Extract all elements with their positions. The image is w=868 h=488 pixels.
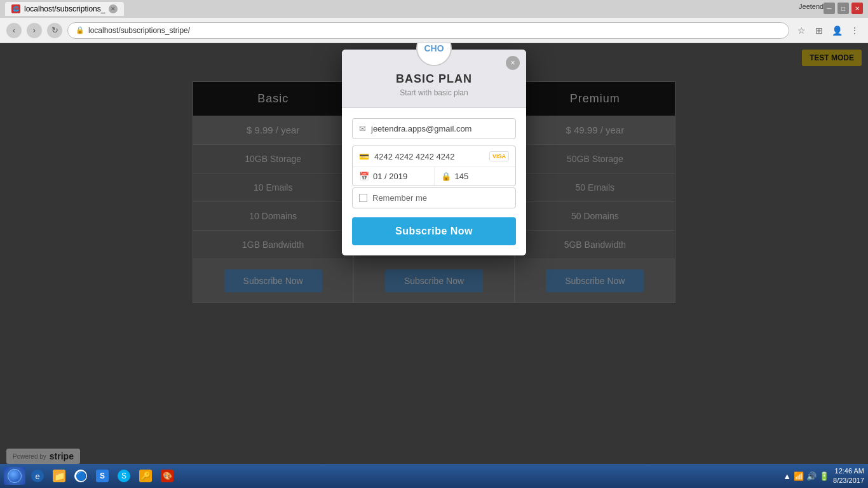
taskbar-paint-icon[interactable]: 🎨 xyxy=(158,467,177,485)
card-number-value: 4242 4242 4242 4242 xyxy=(374,152,484,161)
maximize-button[interactable]: □ xyxy=(837,3,849,14)
battery-icon: 🔋 xyxy=(819,471,829,481)
grid-icon[interactable]: ⊞ xyxy=(812,24,826,37)
forward-button[interactable]: › xyxy=(27,23,42,38)
remember-me-field[interactable]: Remember me xyxy=(352,187,516,208)
card-number-row: 💳 4242 4242 4242 4242 VISA xyxy=(353,146,515,167)
taskbar: e 📁 🔵 S S 🔑 🎨 ▲ 📶 🔊 🔋 12:46 AM 8/23/2017 xyxy=(0,464,868,488)
refresh-button[interactable]: ↻ xyxy=(47,23,62,38)
start-button[interactable] xyxy=(4,467,25,485)
back-button[interactable]: ‹ xyxy=(6,23,22,38)
card-icon: 💳 xyxy=(359,152,369,161)
taskbar-explorer-icon[interactable]: 📁 xyxy=(50,467,69,485)
card-expiry-value: 01 / 2019 xyxy=(373,172,407,181)
modal-body: ✉ jeetendra.apps@gmail.com 💳 4242 4242 4… xyxy=(342,108,526,255)
volume-icon: 🔊 xyxy=(806,471,817,481)
remember-label: Remember me xyxy=(372,193,427,203)
minimize-button[interactable]: ─ xyxy=(824,3,835,14)
taskbar-time: 12:46 AM 8/23/2017 xyxy=(833,466,864,486)
time-display: 12:46 AM xyxy=(833,466,864,476)
calendar-icon: 📅 xyxy=(359,172,369,181)
card-number-field[interactable]: 💳 4242 4242 4242 4242 VISA 📅 01 / 2019 🔒… xyxy=(352,146,516,186)
taskbar-right: ▲ 📶 🔊 🔋 12:46 AM 8/23/2017 xyxy=(783,466,864,486)
tab-title: localhost/subscriptions_ xyxy=(24,4,105,13)
taskbar-key-icon[interactable]: 🔑 xyxy=(136,467,155,485)
sys-icons: ▲ 📶 🔊 🔋 xyxy=(783,471,829,481)
modal-close-button[interactable]: × xyxy=(506,56,520,70)
date-display: 8/23/2017 xyxy=(833,476,864,485)
email-value: jeetendra.apps@gmail.com xyxy=(371,124,471,133)
close-button[interactable]: ✕ xyxy=(851,3,863,14)
modal-title: BASIC PLAN xyxy=(355,72,513,86)
taskbar-skype-icon[interactable]: S xyxy=(114,467,133,485)
lock-icon: 🔒 xyxy=(441,172,451,181)
email-field[interactable]: ✉ jeetendra.apps@gmail.com xyxy=(352,118,516,139)
window-controls: ─ □ ✕ xyxy=(824,3,863,14)
tab-favicon: 🌐 xyxy=(11,4,20,13)
taskbar-ie-icon[interactable]: e xyxy=(28,467,47,485)
subscribe-now-button[interactable]: Subscribe Now xyxy=(352,217,516,245)
menu-icon[interactable]: ⋮ xyxy=(848,24,862,37)
taskbar-chrome-icon[interactable]: 🔵 xyxy=(71,467,90,485)
user-icon[interactable]: 👤 xyxy=(830,24,844,37)
up-arrow-icon: ▲ xyxy=(783,471,791,481)
email-icon: ✉ xyxy=(359,124,366,133)
remember-checkbox[interactable] xyxy=(359,194,367,202)
card-cvc-value: 145 xyxy=(455,172,469,181)
browser-chrome: 🌐 localhost/subscriptions_ ✕ Jeetendra ─… xyxy=(0,0,868,43)
nav-icons: ☆ ⊞ 👤 ⋮ xyxy=(794,24,862,37)
lock-icon: 🔒 xyxy=(76,26,85,34)
payment-modal: CHO × BASIC PLAN Start with basic plan ✉… xyxy=(342,50,526,255)
nav-bar: ‹ › ↻ 🔒 localhost/subscriptions_stripe/ … xyxy=(0,18,868,43)
network-icon: 📶 xyxy=(794,471,804,481)
taskbar-slides-icon[interactable]: S xyxy=(93,467,112,485)
modal-overlay: CHO × BASIC PLAN Start with basic plan ✉… xyxy=(0,43,868,464)
card-details-row: 📅 01 / 2019 🔒 145 xyxy=(353,167,515,186)
card-cvc-field[interactable]: 🔒 145 xyxy=(435,167,516,186)
browser-tab[interactable]: 🌐 localhost/subscriptions_ ✕ xyxy=(5,2,124,16)
start-orb xyxy=(8,469,22,483)
address-url: localhost/subscriptions_stripe/ xyxy=(88,26,190,35)
bookmark-icon[interactable]: ☆ xyxy=(794,24,808,37)
card-expiry-field[interactable]: 📅 01 / 2019 xyxy=(353,167,435,186)
address-bar[interactable]: 🔒 localhost/subscriptions_stripe/ xyxy=(67,22,789,39)
modal-subtitle: Start with basic plan xyxy=(355,88,513,97)
tab-close-button[interactable]: ✕ xyxy=(109,4,118,13)
visa-badge: VISA xyxy=(489,151,509,161)
title-bar: 🌐 localhost/subscriptions_ ✕ Jeetendra ─… xyxy=(0,0,868,18)
